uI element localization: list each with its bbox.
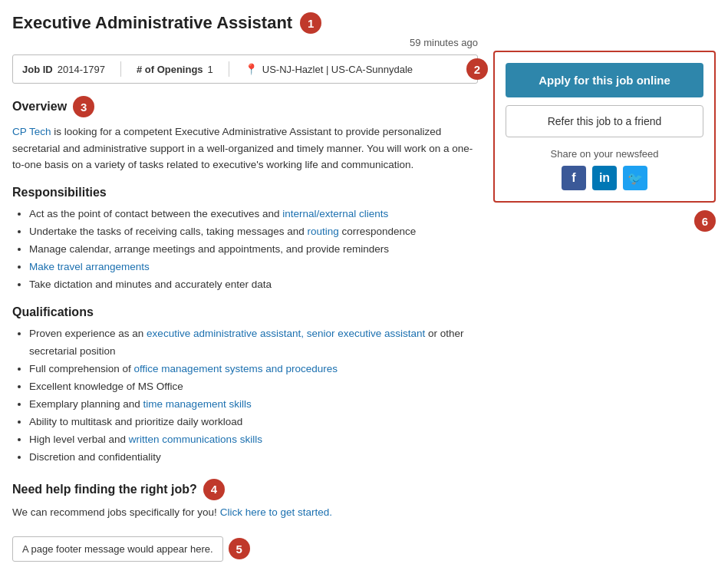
list-item: Make travel arrangements (29, 259, 478, 276)
responsibilities-section: Responsibilities Act as the point of con… (12, 186, 478, 294)
share-label: Share on your newsfeed (506, 148, 703, 160)
list-item: Full comprehension of office management … (29, 361, 478, 378)
meta-divider-1 (120, 61, 121, 77)
written-comm-link[interactable]: written communications skills (129, 434, 262, 445)
job-id-label: Job ID (22, 64, 53, 75)
list-item: Exemplary planning and time management s… (29, 396, 478, 414)
linkedin-icon[interactable]: in (592, 166, 617, 190)
twitter-icon[interactable]: 🐦 (623, 166, 647, 190)
job-title: Executive Administrative Assistant (12, 13, 292, 33)
footer-message: A page footer message would appear here.… (12, 536, 223, 562)
job-id-item: Job ID 2014-1797 (22, 64, 105, 75)
office-mgmt-link[interactable]: office management systems and procedures (134, 363, 338, 374)
footer-text: A page footer message would appear here. (22, 543, 213, 555)
facebook-icon[interactable]: f (562, 166, 586, 190)
help-text-static: We can recommend jobs specifically for y… (12, 506, 217, 518)
openings-label: # of Openings (137, 64, 203, 75)
qualifications-list: Proven experience as an executive admini… (12, 325, 478, 467)
openings-value: 1 (208, 64, 213, 75)
list-item: Excellent knowledge of MS Office (29, 378, 478, 396)
list-item: Undertake the tasks of receiving calls, … (29, 223, 478, 241)
responsibilities-heading: Responsibilities (12, 186, 107, 200)
apply-button[interactable]: Apply for this job online (506, 63, 703, 97)
right-column: Apply for this job online Refer this job… (493, 12, 716, 562)
annotation-badge-2: 2 (466, 58, 488, 80)
help-section: Need help finding the right job? 4 We ca… (12, 479, 478, 518)
overview-heading: Overview (12, 100, 67, 114)
location-value: US-NJ-Hazlet | US-CA-Sunnydale (262, 64, 413, 75)
responsibilities-list: Act as the point of contact between the … (12, 206, 478, 294)
location-item: 📍 US-NJ-Hazlet | US-CA-Sunnydale (245, 63, 413, 75)
exec-assistant-link[interactable]: executive administrative assistant, seni… (147, 328, 425, 339)
refer-button[interactable]: Refer this job to a friend (506, 105, 703, 137)
time-ago: 59 minutes ago (12, 37, 478, 48)
job-id-value: 2014-1797 (58, 64, 105, 75)
list-item: Manage calendar, arrange meetings and ap… (29, 241, 478, 259)
action-panel: Apply for this job online Refer this job… (493, 51, 716, 203)
right-panel-wrapper: Apply for this job online Refer this job… (493, 51, 716, 232)
make-travel-link[interactable]: Make travel arrangements (29, 261, 150, 272)
qualifications-heading: Qualifications (12, 305, 94, 319)
location-icon: 📍 (245, 63, 258, 75)
cp-tech-link[interactable]: CP Tech (12, 126, 51, 137)
list-item: Proven experience as an executive admini… (29, 325, 478, 361)
overview-text: CP Tech is looking for a competent Execu… (12, 124, 478, 173)
badge6-wrapper: 6 (493, 210, 716, 232)
qualifications-section: Qualifications Proven experience as an e… (12, 305, 478, 467)
annotation-badge-4: 4 (203, 479, 225, 500)
get-started-link[interactable]: Click here to get started. (220, 506, 332, 518)
list-item: Ability to multitask and prioritize dail… (29, 414, 478, 431)
openings-item: # of Openings 1 (137, 64, 213, 75)
social-icons-group: f in 🐦 (506, 166, 703, 190)
help-heading: Need help finding the right job? (12, 483, 197, 496)
meta-divider-2 (229, 61, 229, 77)
list-item: High level verbal and written communicat… (29, 431, 478, 449)
routing-link[interactable]: routing (307, 226, 338, 237)
job-meta-bar: Job ID 2014-1797 # of Openings 1 📍 US-NJ… (12, 54, 478, 84)
list-item: Take dictation and minutes and accuratel… (29, 276, 478, 294)
annotation-badge-1: 1 (300, 12, 321, 34)
internal-external-link[interactable]: internal/external clients (282, 208, 388, 219)
time-mgmt-link[interactable]: time management skills (143, 398, 252, 410)
annotation-badge-3: 3 (73, 96, 94, 117)
annotation-badge-6: 6 (694, 210, 716, 232)
help-text: We can recommend jobs specifically for y… (12, 506, 478, 518)
annotation-badge-5: 5 (229, 538, 250, 559)
list-item: Act as the point of contact between the … (29, 206, 478, 223)
overview-section: Overview 3 CP Tech is looking for a comp… (12, 96, 478, 173)
list-item: Discretion and confidentiality (29, 449, 478, 467)
